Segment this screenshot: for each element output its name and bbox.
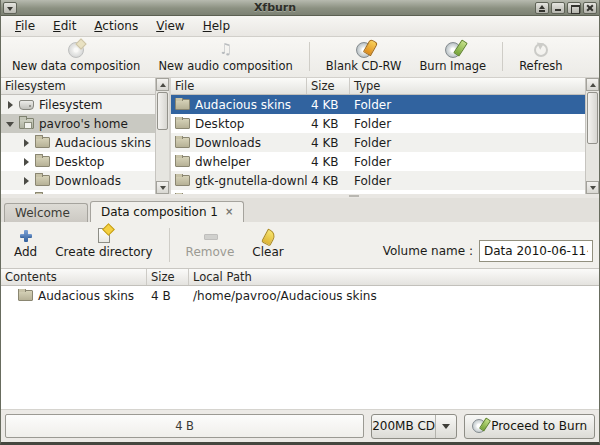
expander-icon[interactable] bbox=[5, 99, 16, 110]
pane-splitter[interactable] bbox=[1, 194, 599, 198]
menu-item[interactable]: View bbox=[147, 17, 193, 35]
file-type: Folder bbox=[350, 117, 585, 131]
composition-action-button[interactable]: Remove bbox=[177, 225, 244, 268]
menu-item[interactable]: File bbox=[6, 17, 44, 35]
file-size: 4 KB bbox=[307, 174, 350, 188]
file-row[interactable]: gtk-gnutella-downloads 4 KB Folder bbox=[171, 171, 585, 190]
file-name: dwhelper bbox=[195, 155, 251, 169]
tab[interactable]: Welcome bbox=[4, 203, 88, 222]
burn-image-icon bbox=[444, 41, 462, 58]
disc-size-value: 200MB CD bbox=[372, 419, 435, 433]
column-header-type[interactable]: Type bbox=[350, 78, 585, 94]
action-label: Remove bbox=[186, 245, 235, 259]
new-data-composition-icon bbox=[67, 41, 85, 58]
window-menu-icon[interactable] bbox=[3, 2, 17, 14]
contents-local-path: /home/pavroo/Audacious skins bbox=[189, 289, 599, 303]
tree-row[interactable]: Audacious skins bbox=[1, 133, 155, 152]
scrollbar-thumb[interactable] bbox=[587, 92, 598, 144]
column-header-size[interactable]: Size bbox=[147, 269, 189, 285]
expander-icon[interactable] bbox=[21, 175, 32, 186]
proceed-to-burn-label: Proceed to Burn bbox=[491, 419, 587, 433]
composition-action-button[interactable]: Create directory bbox=[46, 225, 161, 268]
tree-row[interactable]: Desktop bbox=[1, 152, 155, 171]
toolbar-button[interactable]: New data composition bbox=[3, 39, 149, 77]
file-type: Folder bbox=[350, 136, 585, 150]
toolbar-separator bbox=[169, 228, 170, 262]
tree-row[interactable]: Downloads bbox=[1, 171, 155, 190]
composition-action-button[interactable]: Add bbox=[5, 225, 46, 268]
volume-name-input[interactable] bbox=[479, 240, 593, 262]
expander-icon[interactable] bbox=[5, 118, 16, 129]
file-name: Downloads bbox=[195, 136, 261, 150]
scroll-down-icon[interactable] bbox=[156, 181, 169, 194]
column-header-contents[interactable]: Contents bbox=[1, 269, 147, 285]
refresh-icon bbox=[532, 41, 550, 58]
tab[interactable]: Data composition 1 × bbox=[90, 201, 244, 222]
toolbar-button[interactable]: Refresh bbox=[510, 39, 571, 77]
toolbar-button[interactable]: ♫ New audio composition bbox=[149, 39, 301, 77]
action-label: Add bbox=[14, 245, 37, 259]
contents-row[interactable]: Audacious skins 4 B /home/pavroo/Audacio… bbox=[1, 286, 599, 305]
file-row[interactable]: dwhelper 4 KB Folder bbox=[171, 152, 585, 171]
scrollbar-thumb[interactable] bbox=[157, 92, 168, 130]
contents-header: Contents Size Local Path bbox=[1, 268, 599, 286]
menu-item[interactable]: Help bbox=[194, 17, 239, 35]
burn-icon bbox=[472, 419, 486, 433]
minimize-button[interactable] bbox=[551, 2, 565, 14]
composition-contents: Audacious skins 4 B /home/pavroo/Audacio… bbox=[1, 286, 599, 409]
folder-icon bbox=[175, 118, 190, 129]
menu-item[interactable]: Edit bbox=[44, 17, 85, 35]
tree-row[interactable]: Filesystem bbox=[1, 95, 155, 114]
tree-row-label: Downloads bbox=[55, 174, 121, 188]
file-type: Folder bbox=[350, 98, 585, 112]
column-header-size[interactable]: Size bbox=[307, 78, 350, 94]
menu-bar: File Edit Actions View Help bbox=[1, 16, 599, 37]
toolbar-button-label: Burn Image bbox=[419, 59, 486, 73]
toolbar-button-label: New audio composition bbox=[158, 59, 292, 73]
file-list: Audacious skins 4 KB Folder Desktop 4 KB… bbox=[171, 95, 585, 194]
maximize-button[interactable] bbox=[567, 2, 581, 14]
titlebar[interactable]: Xfburn bbox=[1, 0, 599, 16]
file-list-scrollbar[interactable] bbox=[585, 78, 599, 194]
folder-icon bbox=[175, 156, 190, 167]
file-type: Folder bbox=[350, 174, 585, 188]
filesystem-column-header[interactable]: Filesystem bbox=[1, 78, 155, 94]
tab-strip: Welcome Data composition 1 × bbox=[1, 198, 599, 222]
file-list-pane: File Size Type Audacious skins 4 KB Fold… bbox=[171, 78, 599, 194]
file-row[interactable]: Desktop 4 KB Folder bbox=[171, 114, 585, 133]
action-icon bbox=[260, 228, 276, 244]
composition-toolbar: Add Create directory Remove Clear bbox=[1, 222, 599, 268]
file-row[interactable]: Audacious skins 4 KB Folder bbox=[171, 95, 585, 114]
tab-label: Data composition 1 bbox=[101, 205, 218, 219]
scroll-down-icon[interactable] bbox=[586, 181, 599, 194]
tree-row-icon bbox=[19, 118, 34, 129]
action-icon bbox=[19, 229, 33, 243]
tree-row[interactable]: pavroo's home bbox=[1, 114, 155, 133]
expander-icon[interactable] bbox=[21, 137, 32, 148]
tree-row-icon bbox=[35, 137, 50, 148]
scroll-up-icon[interactable] bbox=[156, 78, 169, 91]
status-bar: 4 B 200MB CD Proceed to Burn bbox=[1, 409, 599, 442]
composition-action-button[interactable]: Clear bbox=[243, 225, 292, 268]
proceed-to-burn-button[interactable]: Proceed to Burn bbox=[464, 414, 595, 439]
action-icon bbox=[203, 229, 217, 243]
disc-size-selector[interactable]: 200MB CD bbox=[371, 414, 457, 439]
menu-item[interactable]: Actions bbox=[85, 17, 147, 35]
toolbar-button[interactable]: Blank CD-RW bbox=[317, 39, 411, 77]
folder-icon bbox=[175, 137, 190, 148]
volume-name-label: Volume name : bbox=[383, 244, 473, 258]
filesystem-scrollbar[interactable] bbox=[155, 78, 169, 194]
scroll-up-icon[interactable] bbox=[586, 78, 599, 91]
tab-close-icon[interactable]: × bbox=[225, 207, 233, 217]
file-row[interactable]: Downloads 4 KB Folder bbox=[171, 133, 585, 152]
expander-icon[interactable] bbox=[21, 156, 32, 167]
column-header-local-path[interactable]: Local Path bbox=[189, 269, 599, 285]
action-icon bbox=[98, 228, 110, 243]
folder-icon bbox=[175, 175, 190, 186]
new-audio-composition-icon: ♫ bbox=[217, 41, 235, 58]
close-button[interactable] bbox=[583, 2, 597, 14]
column-header-file[interactable]: File bbox=[171, 78, 307, 94]
shade-button[interactable] bbox=[535, 2, 549, 14]
chevron-down-icon[interactable] bbox=[435, 415, 456, 438]
toolbar-button[interactable]: Burn Image bbox=[410, 39, 495, 77]
